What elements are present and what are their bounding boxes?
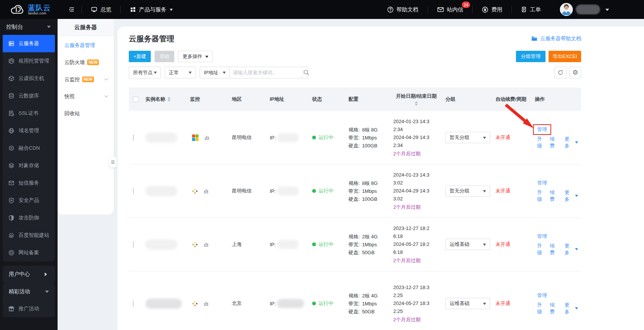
status-dot [312,302,316,305]
group-select[interactable]: 运维基础 [445,239,490,250]
status-filter-select[interactable]: 正常 [165,67,196,78]
more-link[interactable]: 更多 [564,189,578,203]
upgrade-link[interactable]: 升级 [537,136,547,149]
create-button[interactable]: +新建 [129,51,151,62]
dates-cell: 2023-12-27 18:26:182024-05-27 18:26:182个… [390,224,442,264]
monitor-chart-icon[interactable] [203,188,209,194]
notification-badge: 24 [462,2,470,8]
sidebar-item-label: 域名管理 [19,127,39,134]
sidebar-item-active[interactable]: 云服务器 [3,35,55,52]
renew-link[interactable]: 续费 [550,302,560,315]
group-select[interactable]: 暂无分组 [445,185,490,197]
topbar-utility-item[interactable]: 站内信 24 [428,0,473,19]
export-excel-button[interactable]: 导出EXCEl [549,51,581,62]
sidebar-item-7[interactable]: 对象存储 [3,157,55,174]
sidebar-item-12[interactable]: 网站备案 [3,244,55,261]
topbar-utility-item[interactable]: 工单 [512,0,550,19]
topbar-utility-item[interactable]: 费用 [473,0,511,19]
search-input[interactable] [230,67,303,78]
more-actions-button[interactable]: 更多操作 [178,51,213,62]
row-checkbox[interactable] [133,300,134,307]
upgrade-link[interactable]: 升级 [537,302,547,315]
user-menu-caret-icon[interactable] [605,9,609,13]
cloud-logo-icon [10,3,25,16]
instance-name-redacted[interactable] [145,299,182,309]
more-link[interactable]: 更多 [564,136,578,149]
user-avatar[interactable] [560,3,573,16]
cdn-icon [8,145,14,151]
secondary-item-label: 云服务器管理 [64,42,95,49]
sort-icon[interactable] [167,97,170,102]
sidebar-item-4[interactable]: SSL证书 [3,105,55,122]
search-button[interactable] [303,67,309,78]
more-link[interactable]: 更多 [564,242,578,256]
sort-icon[interactable] [415,101,418,106]
sidebar-item-9[interactable]: 安全产品 [3,192,55,209]
sidebar-item-6[interactable]: 融合CDN [3,139,55,157]
sidebar-item-label: 租用托管管理 [19,58,49,64]
monitor-chart-icon[interactable] [203,241,209,247]
help-doc-link[interactable]: 云服务器帮助文档 [531,35,581,42]
sidebar-item-user-center[interactable]: 用户中心 [3,266,55,283]
browser-icon [8,232,14,238]
sidebar-item-8[interactable]: 短信服务 [3,174,55,192]
config-cell: 规格:2核 4G带宽:1Mbps硬盘:50GB [345,292,390,316]
select-all-checkbox[interactable] [133,97,139,102]
start-button[interactable]: 启动 [155,51,174,62]
console-label: 控制台 [6,23,23,31]
dates-cell: 2024-01-23 14:32:342024-04-29 14:32:342个… [390,117,442,158]
table-row: 昆明电信 IP: 运行中 规格:8核 8G带宽:1Mbps硬盘:100GB 20… [129,111,581,164]
refresh-button[interactable] [555,67,566,78]
upgrade-link[interactable]: 升级 [537,189,547,203]
sidebar-item-2[interactable]: 云虚拟主机 [3,70,55,87]
manage-link[interactable]: 管理 [537,233,547,239]
manage-link[interactable]: 管理 [537,127,547,132]
page-title: 云服务器管理 [129,34,174,44]
auto-renew-status: 未开通 [492,134,532,141]
renew-link[interactable]: 续费 [550,242,560,256]
monitor-chart-icon[interactable] [203,300,209,307]
row-checkbox[interactable] [133,135,134,141]
renew-link[interactable]: 续费 [550,136,560,149]
secondary-sidebar-item[interactable]: 云防火墙 NEW [58,54,114,71]
sidebar-item-label: 网站备案 [19,249,39,256]
sidebar-collapse-handle[interactable] [109,157,117,167]
cube-icon [8,75,14,81]
sidebar-item-10[interactable]: 攻击防御 [3,209,55,227]
console-switcher[interactable]: 控制台 [0,19,58,35]
upgrade-link[interactable]: 升级 [537,242,547,256]
secondary-sidebar-item[interactable]: 快照 [58,88,114,105]
secondary-sidebar-item[interactable]: 云服务器管理 [58,37,114,54]
monitor-chart-icon[interactable] [204,135,210,141]
manage-link[interactable]: 管理 [537,180,547,186]
row-checkbox[interactable] [133,188,134,194]
group-manage-button[interactable]: 分组管理 [516,51,546,62]
search-type-select[interactable]: IP地址 [200,67,230,78]
column-settings-button[interactable]: ⚙ [569,67,581,78]
topbar-nav-item[interactable]: 总览 [82,0,120,19]
status-dot [312,189,316,193]
instance-name-redacted[interactable] [145,133,177,143]
row-checkbox[interactable] [133,241,134,248]
sidebar-item-1[interactable]: 租用托管管理 [3,52,55,70]
node-filter-select[interactable]: 所有节点 [129,67,161,78]
sidebar-item-3[interactable]: 云数据库 [3,87,55,105]
manage-link[interactable]: 管理 [537,292,547,298]
more-link[interactable]: 更多 [564,302,578,315]
secondary-sidebar-item[interactable]: 云监控 NEW [58,71,114,88]
status-cell: 运行中 [309,134,345,141]
instance-name-redacted[interactable] [145,239,177,250]
sidebar-collapse-button[interactable] [61,0,81,19]
group-select[interactable]: 运维基础 [445,298,490,309]
sidebar-item-11[interactable]: 百度智能建站 [3,227,55,244]
sidebar-item-5[interactable]: 域名管理 [3,122,55,139]
sidebar-item-activities[interactable]: 精彩活动 [3,283,55,300]
topbar-nav-item[interactable]: 产品与服务 [121,0,182,19]
renew-link[interactable]: 续费 [550,189,560,203]
sidebar-item-promo[interactable]: 推广活动 [3,300,55,317]
secondary-sidebar-item[interactable]: 回收站 [58,105,114,122]
group-select[interactable]: 暂无分组 [445,132,490,143]
brand-logo[interactable]: 蓝队云 landui.com [0,3,61,16]
topbar-utility-item[interactable]: 帮助文档 [378,0,428,19]
instance-name-redacted[interactable] [145,186,177,196]
